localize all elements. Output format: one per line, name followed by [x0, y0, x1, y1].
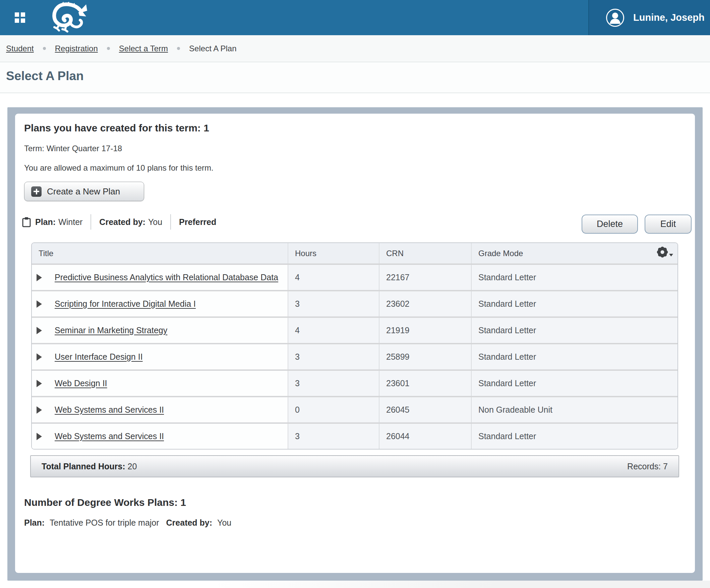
breadcrumb-current-select-a-plan: Select A Plan — [189, 44, 236, 53]
table-row: Predictive Business Analytics with Relat… — [32, 265, 678, 290]
cell-hours: 4 — [288, 318, 379, 343]
plan-name: Winter — [58, 217, 82, 227]
create-new-plan-button[interactable]: Create a New Plan — [24, 182, 144, 201]
max-plans-note: You are allowed a maximum of 10 plans fo… — [24, 163, 214, 173]
plan-action-buttons: Delete Edit — [582, 215, 691, 234]
cell-grade-mode: Non Gradeable Unit — [471, 397, 678, 422]
cell-grade-mode: Standard Letter — [471, 265, 678, 290]
breadcrumb-student[interactable]: Student — [6, 44, 34, 53]
content-container: Plans you have created for this term: 1 … — [7, 107, 703, 581]
column-header-title: Title — [32, 249, 288, 258]
clipboard-icon — [22, 217, 31, 227]
cell-hours: 3 — [288, 344, 379, 370]
course-title-link[interactable]: Web Systems and Services II — [55, 405, 164, 415]
column-header-grade-mode: Grade Mode — [471, 243, 678, 263]
table-row: Web Systems and Services II 0 26045 Non … — [32, 396, 678, 422]
cell-grade-mode: Standard Letter — [471, 318, 678, 343]
breadcrumb: Student Registration Select a Term Selec… — [0, 35, 710, 62]
cell-title: Web Design II — [32, 371, 288, 396]
dw-plan-name: Tentative POS for triple major — [50, 518, 159, 527]
degree-works-plan-row: Plan: Tentative POS for triple major Cre… — [24, 518, 236, 528]
cell-title: User Interface Design II — [32, 344, 288, 370]
created-by-label: Created by: — [99, 217, 145, 227]
table-body: Predictive Business Analytics with Relat… — [32, 265, 678, 449]
dragon-logo-icon[interactable] — [46, 2, 87, 34]
table-summary-bar: Total Planned Hours: 20 Records: 7 — [30, 455, 679, 477]
dw-created-by-label: Created by: — [166, 518, 213, 527]
cell-hours: 3 — [288, 371, 379, 396]
app-menu-icon[interactable] — [15, 13, 25, 23]
plan-label: Plan: — [35, 217, 56, 227]
course-title-link[interactable]: Web Systems and Services II — [55, 431, 164, 441]
table-row: Seminar in Marketing Strategy 4 21919 St… — [32, 316, 678, 343]
breadcrumb-select-a-term[interactable]: Select a Term — [119, 44, 168, 53]
table-row: Scripting for Interactive Digital Media … — [32, 290, 678, 316]
page-title: Select A Plan — [0, 63, 710, 83]
plan-meta-row: Plan: Winter Created by: You Preferred — [22, 213, 216, 231]
cell-hours: 4 — [288, 265, 379, 290]
table-settings-button[interactable] — [656, 246, 673, 261]
user-menu[interactable]: Lunine, Joseph — [588, 0, 710, 35]
table-header-row: Title Hours CRN Grade Mode — [32, 243, 678, 265]
table-row: Web Design II 3 23601 Standard Letter — [32, 370, 678, 396]
cell-crn: 25899 — [379, 344, 471, 370]
degree-works-heading: Number of Degree Works Plans: 1 — [24, 497, 186, 508]
plus-icon — [31, 186, 42, 197]
page-bottom-area — [0, 581, 710, 588]
cell-title: Predictive Business Analytics with Relat… — [32, 265, 288, 290]
created-by-value: You — [148, 217, 162, 227]
records-count: Records: 7 — [627, 462, 668, 471]
expand-row-icon[interactable] — [37, 327, 42, 334]
expand-row-icon[interactable] — [37, 406, 42, 414]
cell-title: Web Systems and Services II — [32, 424, 288, 449]
table-row: User Interface Design II 3 25899 Standar… — [32, 343, 678, 370]
meta-divider — [170, 214, 171, 230]
edit-plan-button[interactable]: Edit — [645, 215, 691, 234]
total-planned-hours: Total Planned Hours: 20 — [42, 462, 137, 471]
column-header-crn: CRN — [379, 243, 471, 263]
cell-title: Scripting for Interactive Digital Media … — [32, 291, 288, 316]
cell-title: Web Systems and Services II — [32, 397, 288, 422]
breadcrumb-separator-dot — [177, 47, 180, 50]
cell-crn: 21919 — [379, 318, 471, 343]
cell-crn: 22167 — [379, 265, 471, 290]
preferred-badge: Preferred — [179, 217, 216, 227]
course-title-link[interactable]: User Interface Design II — [55, 352, 143, 362]
dw-created-by-value: You — [217, 518, 231, 527]
breadcrumb-separator-dot — [107, 47, 110, 50]
course-title-link[interactable]: Predictive Business Analytics with Relat… — [55, 273, 278, 282]
course-title-link[interactable]: Web Design II — [55, 378, 107, 388]
course-title-link[interactable]: Seminar in Marketing Strategy — [55, 326, 167, 335]
expand-row-icon[interactable] — [37, 300, 42, 308]
gear-icon — [656, 246, 669, 260]
term-label: Term: Winter Quarter 17-18 — [24, 144, 122, 153]
expand-row-icon[interactable] — [37, 380, 42, 387]
caret-down-icon — [669, 254, 673, 256]
meta-divider — [91, 214, 91, 230]
cell-hours: 3 — [288, 291, 379, 316]
user-name: Lunine, Joseph — [633, 12, 705, 23]
breadcrumb-separator-dot — [43, 47, 46, 50]
column-header-hours: Hours — [288, 243, 379, 263]
dw-plan-label: Plan: — [24, 518, 45, 527]
expand-row-icon[interactable] — [37, 353, 42, 361]
expand-row-icon[interactable] — [37, 433, 42, 440]
cell-title: Seminar in Marketing Strategy — [32, 318, 288, 343]
cell-crn: 26045 — [379, 397, 471, 422]
plans-created-heading: Plans you have created for this term: 1 — [24, 122, 209, 134]
cell-hours: 3 — [288, 424, 379, 449]
breadcrumb-registration[interactable]: Registration — [55, 44, 98, 53]
top-navigation-bar: Lunine, Joseph — [0, 0, 710, 35]
table-row: Web Systems and Services II 3 26044 Stan… — [32, 422, 678, 449]
cell-crn: 23602 — [379, 291, 471, 316]
cell-grade-mode: Standard Letter — [471, 344, 678, 370]
expand-row-icon[interactable] — [37, 274, 42, 281]
cell-crn: 23601 — [379, 371, 471, 396]
cell-grade-mode: Standard Letter — [471, 291, 678, 316]
cell-hours: 0 — [288, 397, 379, 422]
cell-grade-mode: Standard Letter — [471, 424, 678, 449]
cell-grade-mode: Standard Letter — [471, 371, 678, 396]
cell-crn: 26044 — [379, 424, 471, 449]
delete-plan-button[interactable]: Delete — [582, 215, 638, 234]
course-title-link[interactable]: Scripting for Interactive Digital Media … — [55, 299, 196, 309]
